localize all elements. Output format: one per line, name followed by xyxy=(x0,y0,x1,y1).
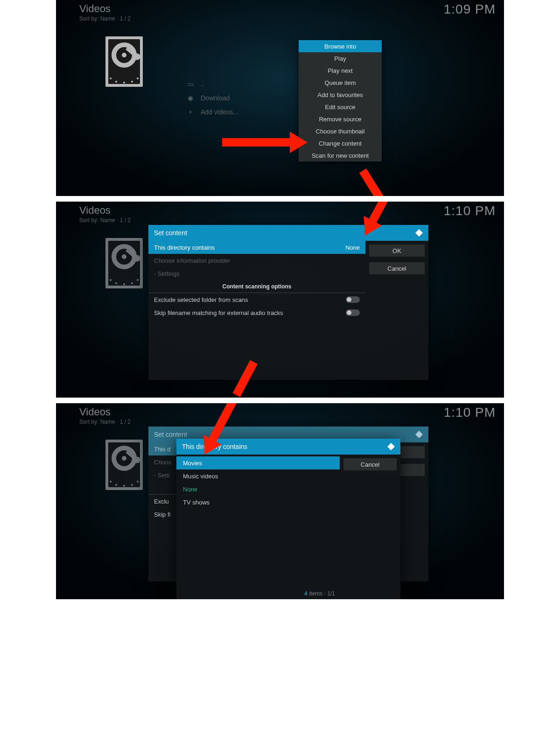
panel-2-set-content: Videos Sort by: Name · 1 / 2 1:10 PM Set… xyxy=(56,202,504,398)
header: Videos Sort by: Name · 1 / 2 xyxy=(79,3,131,22)
ctx-remove-source[interactable]: Remove source xyxy=(299,113,382,125)
option-tv-shows[interactable]: TV shows xyxy=(176,496,340,509)
header: Videos Sort by: Name · 1 / 2 xyxy=(79,406,131,425)
ctx-scan-for-new[interactable]: Scan for new content xyxy=(299,149,382,161)
row-label: Choos xyxy=(154,459,172,466)
folder-icon: ▭ xyxy=(187,80,194,88)
page-subtitle: Sort by: Name · 1 / 2 xyxy=(79,419,131,425)
row-this-directory-contains[interactable]: This directory contains None xyxy=(148,241,365,254)
ctx-play-next[interactable]: Play next xyxy=(299,64,382,77)
option-movies[interactable]: Movies xyxy=(176,456,340,469)
plus-icon: ＋ xyxy=(187,108,194,116)
toggle-off-icon[interactable] xyxy=(346,296,360,303)
cancel-button[interactable]: Cancel xyxy=(343,458,397,470)
toggle-off-icon[interactable] xyxy=(346,309,360,316)
dialog-title-label: This directory contains xyxy=(182,443,247,450)
option-music-videos[interactable]: Music videos xyxy=(176,469,340,483)
row-label: - Setti xyxy=(154,472,170,479)
ctx-queue-item[interactable]: Queue item xyxy=(299,77,382,89)
section-content-scanning: Content scanning options xyxy=(148,280,365,293)
row-exclude-folder[interactable]: Exclude selected folder from scans xyxy=(148,293,365,306)
row-label: This directory contains xyxy=(154,244,215,251)
page-subtitle: Sort by: Name · 1 / 2 xyxy=(79,15,131,22)
page-title: Videos xyxy=(79,204,131,217)
folder-download[interactable]: ◉ Download xyxy=(187,91,238,105)
clock: 1:09 PM xyxy=(444,2,496,17)
panel-1-context-menu: Videos Sort by: Name · 1 / 2 1:09 PM ▭ .… xyxy=(56,0,504,196)
row-choose-provider[interactable]: Choose information provider xyxy=(148,254,365,267)
option-none[interactable]: None xyxy=(176,483,340,496)
dialog-title: Set content xyxy=(148,225,428,241)
count-label: items · 1/1 xyxy=(309,590,335,597)
hdd-icon xyxy=(105,238,143,288)
cancel-button[interactable]: Cancel xyxy=(369,262,425,274)
ctx-play[interactable]: Play xyxy=(299,52,382,64)
add-videos[interactable]: ＋ Add videos... xyxy=(187,105,238,119)
row-value: None xyxy=(345,244,360,251)
disc-icon: ◉ xyxy=(187,94,194,102)
folder-up[interactable]: ▭ .. xyxy=(187,77,238,91)
hdd-icon xyxy=(105,440,143,490)
row-label: This d xyxy=(154,446,170,453)
kodi-icon xyxy=(386,442,396,451)
row-label: - Settings xyxy=(154,270,180,277)
panel-3-directory-type-chooser: Videos Sort by: Name · 1 / 2 1:10 PM Set… xyxy=(56,403,504,599)
kodi-icon xyxy=(414,430,424,439)
row-label: Choose information provider xyxy=(154,257,230,264)
dialog-title-label: Set content xyxy=(154,229,187,237)
row-skip-filename-matching[interactable]: Skip filename matching for external audi… xyxy=(148,306,365,319)
ok-button[interactable]: OK xyxy=(369,245,425,257)
ctx-choose-thumbnail[interactable]: Choose thumbnail xyxy=(299,125,382,137)
context-menu: Browse into Play Play next Queue item Ad… xyxy=(299,40,382,161)
ctx-browse-into[interactable]: Browse into xyxy=(299,40,382,52)
clock: 1:10 PM xyxy=(444,405,496,420)
count-number: 4 xyxy=(304,590,308,597)
row-settings[interactable]: - Settings xyxy=(148,267,365,280)
clock: 1:10 PM xyxy=(444,203,496,218)
folder-up-label: .. xyxy=(201,80,204,88)
directory-type-dialog: This directory contains Movies Music vid… xyxy=(176,439,400,599)
row-label: Exclude selected folder from scans xyxy=(154,296,248,303)
row-label: Skip fi xyxy=(154,511,170,518)
items-count: 4 items · 1/1 xyxy=(176,588,340,599)
dialog-title-label: Set content xyxy=(154,431,187,438)
folder-list: ▭ .. ◉ Download ＋ Add videos... xyxy=(187,77,238,119)
set-content-dialog: Set content This directory contains None… xyxy=(148,225,428,380)
page-title: Videos xyxy=(79,3,131,15)
hdd-icon xyxy=(105,36,143,87)
ctx-edit-source[interactable]: Edit source xyxy=(299,101,382,113)
ctx-add-favourites[interactable]: Add to favourites xyxy=(299,89,382,101)
add-videos-label: Add videos... xyxy=(201,108,238,116)
dialog-title: This directory contains xyxy=(176,439,400,455)
header: Videos Sort by: Name · 1 / 2 xyxy=(79,204,131,224)
kodi-icon xyxy=(414,228,424,238)
page-title: Videos xyxy=(79,406,131,418)
folder-download-label: Download xyxy=(201,94,230,102)
ctx-change-content[interactable]: Change content xyxy=(299,137,382,149)
row-label: Skip filename matching for external audi… xyxy=(154,309,283,316)
row-label: Exclu xyxy=(154,498,169,505)
page-subtitle: Sort by: Name · 1 / 2 xyxy=(79,217,131,224)
